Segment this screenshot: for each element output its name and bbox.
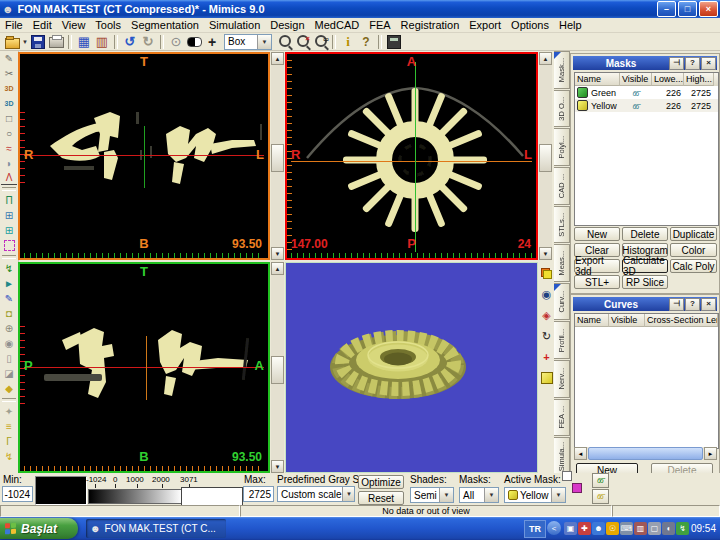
taskbar-clock[interactable]: 09:54 [691, 517, 716, 540]
tab-fea[interactable]: FEA ... [554, 399, 570, 437]
stamp-tool-icon[interactable]: ◘ [1, 306, 17, 321]
reposition-icon[interactable]: + [539, 349, 554, 365]
lightning-tool-icon[interactable]: ↯ [1, 449, 17, 464]
pin-icon[interactable]: ⊣ [669, 57, 684, 70]
tray-messenger-icon[interactable]: ☻ [592, 522, 605, 535]
menu-file[interactable]: File [0, 18, 28, 32]
scroll-up-icon[interactable]: ▲ [271, 262, 284, 275]
cube-view-icon[interactable] [539, 370, 554, 386]
min-value-field[interactable]: -1024 [2, 486, 33, 502]
redo-icon[interactable]: ↻ [139, 34, 157, 50]
context-help-icon[interactable]: ? [357, 34, 375, 50]
maximize-button[interactable]: □ [678, 1, 697, 17]
viewport-3d[interactable] [285, 262, 538, 473]
zoom-icon[interactable] [275, 34, 293, 50]
freehand-tool-icon[interactable]: ◗ [1, 156, 17, 171]
coronal-scrollbar[interactable]: ▲ ▼ [539, 52, 552, 260]
curves-list[interactable]: Name Visible Cross-Section Length (m [574, 313, 719, 449]
timer-icon[interactable]: ⊙ [167, 34, 185, 50]
export-image-icon[interactable]: ▦ [75, 34, 93, 50]
axial-scrollbar[interactable]: ▲ ▼ [271, 52, 284, 260]
edit-mask-icon[interactable]: ✎ [1, 291, 17, 306]
menu-medcad[interactable]: MedCAD [310, 18, 365, 32]
pan-icon[interactable]: + [203, 34, 221, 50]
profile-line-tool-icon[interactable]: ✎ [1, 51, 17, 66]
mask-calculate-3d-button[interactable]: Calculate 3D [622, 259, 668, 273]
menu-edit[interactable]: Edit [28, 18, 57, 32]
menu-tools[interactable]: Tools [90, 18, 126, 32]
chevron-down-icon[interactable]: ▼ [551, 488, 565, 502]
active-mask-dropdown[interactable]: Yellow▼ [504, 487, 566, 503]
open-dropdown-icon[interactable]: ▼ [21, 34, 29, 50]
mask-color-button[interactable]: Color [670, 243, 717, 257]
histogram-tool-icon[interactable]: Λ [1, 171, 17, 185]
multislice-edit-alt-icon[interactable]: ⊞ [1, 223, 17, 238]
curves-hscrollbar-thumb[interactable] [588, 447, 703, 460]
titlebar[interactable]: ☻ FON MAK.TEST (CT Compressed)* - Mimics… [0, 0, 720, 18]
region-grow-icon[interactable]: ► [1, 276, 17, 291]
mask-export-3dd-button[interactable]: Export 3dd [574, 259, 620, 273]
mask-row-green[interactable]: Green 66ˆ 226 2725 [575, 86, 718, 99]
help-icon[interactable]: ? [685, 57, 700, 70]
tab-measurements[interactable]: Meas... [554, 244, 570, 282]
tray-chevron-icon[interactable]: < [547, 521, 561, 535]
tab-stls[interactable]: STLs... [554, 206, 570, 244]
coronal-scrollbar-thumb[interactable] [539, 144, 552, 172]
optimize-button[interactable]: Optimize [358, 475, 404, 489]
masks-list[interactable]: Name Visible Lowe... High... Green 66ˆ 2… [574, 72, 719, 226]
info-icon[interactable]: i [339, 34, 357, 50]
menu-simulation[interactable]: Simulation [204, 18, 265, 32]
undo-icon[interactable]: ↺ [121, 34, 139, 50]
tab-polylines[interactable]: Polyl... [554, 128, 570, 166]
menu-registration[interactable]: Registration [396, 18, 465, 32]
coronal-horizontal-crosshair[interactable] [291, 161, 532, 162]
sphere-tool-icon[interactable]: ◉ [1, 336, 17, 351]
close-icon[interactable]: × [701, 57, 716, 70]
tray-display-icon[interactable]: ▢ [648, 522, 661, 535]
gray-window-range[interactable] [181, 487, 243, 506]
help-icon[interactable]: ? [685, 298, 700, 311]
scroll-up-icon[interactable]: ▲ [539, 52, 552, 65]
curves-panel-titlebar[interactable]: Curves ⊣ ? × [573, 297, 717, 311]
tray-volume-muted-icon[interactable]: ▥ [634, 522, 647, 535]
menu-segmentation[interactable]: Segmentation [126, 18, 204, 32]
tab-masks[interactable]: Mask... [554, 51, 570, 89]
prism-icon[interactable]: ◈ [539, 307, 554, 323]
menu-design[interactable]: Design [265, 18, 309, 32]
scroll-down-icon[interactable]: ▼ [271, 247, 284, 260]
layers-tool-icon[interactable]: ≡ [1, 419, 17, 434]
show-green-mask-button[interactable]: 66ˆ [592, 473, 609, 488]
gray-gradient-bar[interactable] [88, 489, 183, 504]
chevron-down-icon[interactable]: ▼ [257, 35, 271, 49]
close-button[interactable]: × [699, 1, 718, 17]
tab-cad-objects[interactable]: CAD ... [554, 167, 570, 205]
taskbar-item-mimics[interactable]: ☻ FON MAK.TEST (CT C... [86, 519, 226, 538]
fill-tool-icon[interactable]: ◆ [1, 381, 17, 396]
livewire-3d-tool-icon[interactable]: 3D [1, 96, 17, 111]
tab-nerves[interactable]: Nerv... [554, 360, 570, 398]
eye-icon[interactable]: ◉ [539, 286, 554, 302]
open-project-icon[interactable] [3, 34, 21, 50]
select-region-icon[interactable] [1, 238, 17, 253]
tab-curves[interactable]: Curv... [554, 283, 570, 321]
curve-tool-icon[interactable]: ≈ [1, 141, 17, 156]
unzoom-icon[interactable]: × [293, 34, 311, 50]
minimize-button[interactable]: – [657, 1, 676, 17]
sagittal-scrollbar-thumb[interactable] [271, 356, 284, 384]
viewport-coronal[interactable]: A R L P 147.00 24 [285, 52, 538, 260]
tray-computer-icon[interactable]: ▣ [564, 522, 577, 535]
cylinder-tool-icon[interactable]: ▯ [1, 351, 17, 366]
menu-export[interactable]: Export [464, 18, 506, 32]
max-value-field[interactable]: 2725 [243, 486, 274, 502]
masks-filter-dropdown[interactable]: All▼ [459, 487, 499, 503]
masks-list-header[interactable]: Name Visible Lowe... High... [575, 73, 718, 86]
sagittal-horizontal-crosshair[interactable] [24, 367, 264, 368]
menu-fea[interactable]: FEA [364, 18, 395, 32]
threshold-tool-icon[interactable]: ↯ [1, 261, 17, 276]
lasso-tool-icon[interactable]: ✂ [1, 66, 17, 81]
scroll-up-icon[interactable]: ▲ [271, 52, 284, 65]
start-button[interactable]: Başlat [0, 518, 78, 539]
chevron-down-icon[interactable]: ▼ [439, 488, 453, 502]
menu-help[interactable]: Help [554, 18, 587, 32]
measurements-icon[interactable] [385, 34, 403, 50]
